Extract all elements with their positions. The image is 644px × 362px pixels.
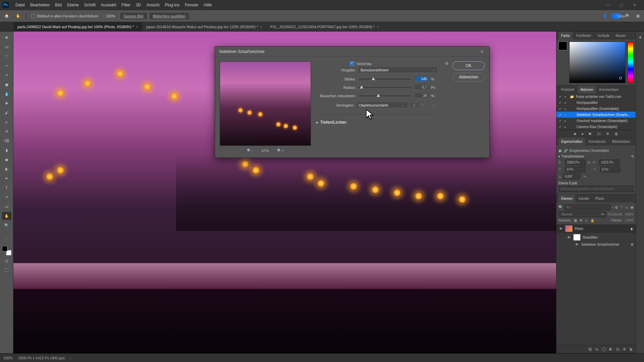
action-folder[interactable]: ✓▾📁Fotos schärfen von TutKit.com (556, 94, 636, 100)
lock-all-icon[interactable]: 🔒 (590, 219, 594, 222)
screenmode-icon[interactable]: ⛶ (2, 266, 11, 274)
tab-farbfelder[interactable]: Farbfelder (573, 32, 594, 40)
zoom-out-icon[interactable]: 🔍− (247, 148, 254, 153)
tab-eigenschaften[interactable]: Eigenschaften (558, 137, 585, 145)
doctab-paris[interactable]: paris-2499022 David Mark auf Pixabay.jpg… (13, 22, 142, 31)
blend-mode-select[interactable]: Normal (558, 212, 606, 217)
check-icon[interactable]: ✓ (558, 125, 562, 129)
close-icon[interactable]: × (136, 25, 138, 29)
action-item[interactable]: ✓▸Hochpassfilter (Smartobjekt) (556, 106, 636, 112)
radius-slider[interactable] (359, 87, 411, 88)
shape-tool-icon[interactable]: ▭ (2, 202, 11, 210)
visibility-icon[interactable]: 👁 (575, 243, 579, 246)
path-tool-icon[interactable]: ↗ (2, 193, 11, 201)
play-icon[interactable]: ▶ (589, 131, 592, 136)
filter-pixel-icon[interactable]: ▫ (612, 205, 613, 209)
menu-hilfe[interactable]: Hilfe (201, 3, 215, 7)
type-tool-icon[interactable]: T (2, 184, 11, 192)
stop-icon[interactable]: ■ (574, 132, 576, 136)
action-item[interactable]: ✓▸Unscharf maskieren (Smartobjekt) (556, 118, 636, 124)
new-folder-icon[interactable]: 🗀 (597, 132, 601, 136)
x-field[interactable] (565, 167, 585, 172)
check-icon[interactable]: ✓ (558, 107, 562, 111)
menu-auswahl[interactable]: Auswahl (98, 3, 119, 7)
heal-tool-icon[interactable]: ✚ (2, 99, 11, 107)
tab-muster[interactable]: Muster (613, 32, 629, 40)
workspace-icon[interactable]: ▦ (635, 14, 641, 18)
reset-icon[interactable]: ⟲ (631, 155, 634, 158)
doctab-pxl[interactable]: PXL_20230422_122623454.PORTRAIT.jpg bei … (266, 22, 383, 31)
chevron-right-icon[interactable]: ▸ (565, 125, 568, 129)
layer-smartfilter[interactable]: 👁 Smartfilter (556, 233, 636, 242)
search-icon[interactable]: 🔍 (558, 205, 563, 209)
menu-filter[interactable]: Filter (119, 3, 133, 7)
new-layer-icon[interactable]: ⊕ (623, 347, 626, 351)
mask-thumb[interactable] (573, 234, 581, 241)
tab-korrekturen[interactable]: Korrekturen (586, 137, 608, 145)
filter-settings-icon[interactable]: ⚙ (631, 243, 634, 246)
check-icon[interactable]: ✓ (558, 95, 562, 99)
mask-icon[interactable]: ◯ (602, 347, 606, 351)
filter-smart-icon[interactable]: ▣ (630, 205, 634, 209)
full-image-button[interactable]: Ganzes Bild (120, 13, 146, 19)
trash-icon[interactable]: 🗑 (629, 347, 633, 351)
preset-select[interactable]: Benutzerdefiniert⌄ (359, 67, 437, 73)
close-icon[interactable]: × (377, 25, 379, 29)
remove-select[interactable]: Objektivunschärfe⌄ (357, 102, 407, 108)
lock-artboard-icon[interactable]: ◇ (585, 219, 588, 222)
gradient-tool-icon[interactable]: ▮ (2, 146, 11, 154)
blur-tool-icon[interactable]: ◉ (2, 156, 11, 164)
doctab-japan[interactable]: japan-2014618 Masashi Wakui auf Pixabay.… (142, 22, 266, 31)
zoom-in-icon[interactable]: 🔍+ (277, 148, 284, 153)
collapse-icon[interactable]: ◂ (639, 34, 641, 40)
check-icon[interactable]: ✓ (558, 119, 562, 123)
zoom-tool-icon[interactable]: 🔍 (2, 221, 11, 229)
home-icon[interactable]: 🏠 (3, 12, 11, 20)
color-field[interactable] (569, 42, 626, 83)
lock-pixels-icon[interactable]: ▦ (574, 219, 577, 222)
adjustment-icon[interactable]: ◐ (609, 347, 612, 351)
opacity-value[interactable]: 100% (625, 213, 634, 216)
trash-icon[interactable]: 🗑 (614, 132, 618, 136)
tab-verlaeufe[interactable]: Verläufe (595, 32, 612, 40)
scroll-all-checkbox[interactable]: Bildlauf in allen Fenstern durchführen (29, 13, 100, 19)
layer-comp-select[interactable] (558, 186, 634, 192)
gear-icon[interactable]: ⚙ (445, 61, 448, 66)
action-item[interactable]: ✓▸Hochpassfilter (556, 100, 636, 106)
noise-slider[interactable] (359, 96, 411, 96)
menu-datei[interactable]: Datei (13, 3, 28, 7)
status-zoom[interactable]: 100% (3, 356, 13, 360)
tab-protokoll[interactable]: Protokoll (558, 85, 577, 94)
tab-kanaele[interactable]: Kanäle (576, 194, 592, 202)
angle-field[interactable] (563, 174, 580, 179)
menu-schrift[interactable]: Schrift (82, 3, 98, 7)
y-field[interactable] (600, 167, 620, 172)
shadows-highlights-toggle[interactable]: ▸Tiefen/Lichter (316, 120, 437, 125)
chevron-right-icon[interactable]: ▸ (565, 107, 568, 111)
eyedropper-tool-icon[interactable]: 💧 (2, 90, 11, 98)
width-field[interactable] (565, 160, 585, 165)
search-icon[interactable]: 🔍 (625, 14, 631, 18)
visibility-icon[interactable]: 👁 (558, 227, 563, 231)
window-maximize-icon[interactable]: ▢ (614, 3, 628, 7)
fill-value[interactable]: 100% (625, 219, 634, 222)
edit-toolbar-icon[interactable]: ⋯ (2, 235, 11, 243)
pen-tool-icon[interactable]: ✒ (2, 174, 11, 182)
quickmask-icon[interactable]: ◻ (2, 257, 11, 265)
menu-3d[interactable]: 3D (133, 3, 144, 7)
lasso-tool-icon[interactable]: ➰ (2, 52, 11, 60)
window-minimize-icon[interactable]: — (601, 3, 614, 7)
menu-ansicht[interactable]: Ansicht (144, 3, 162, 7)
layer-photo[interactable]: 👁 Photo ◐ (556, 224, 636, 233)
height-field[interactable] (599, 160, 620, 165)
chevron-right-icon[interactable]: ▸ (565, 119, 568, 123)
filter-adjust-icon[interactable]: ◐ (615, 205, 619, 209)
hand-tool-icon[interactable]: ✋ (2, 212, 11, 220)
frame-tool-icon[interactable]: ▣ (2, 80, 11, 88)
chevron-right-icon[interactable]: › (70, 356, 71, 360)
action-item-selected[interactable]: ✓▸Selektiver Scharfzeichner (Smarto... (556, 112, 636, 118)
chevron-down-icon[interactable]: ▾ (558, 155, 560, 158)
chevron-down-icon[interactable]: ▾ (565, 95, 568, 99)
close-icon[interactable]: ✕ (479, 49, 485, 54)
dodge-tool-icon[interactable]: ◐ (2, 165, 11, 173)
